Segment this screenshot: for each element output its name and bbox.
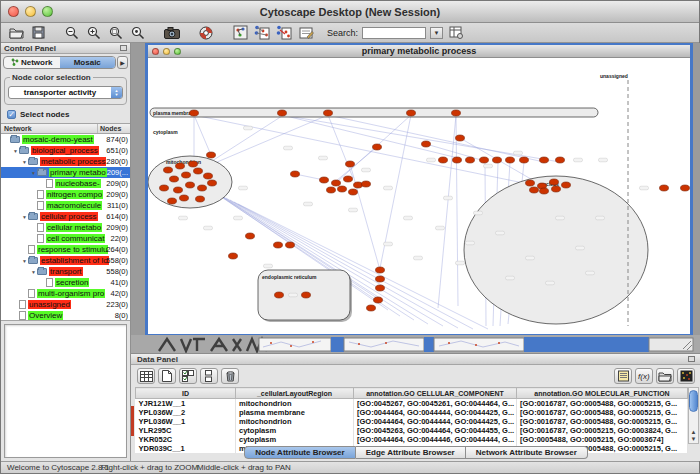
network-node[interactable] (182, 172, 191, 178)
network-edge[interactable] (203, 115, 328, 168)
tree-row[interactable]: secretion41(0) (1, 277, 130, 288)
vizmapper-icon[interactable] (231, 25, 249, 41)
network-node[interactable] (160, 185, 169, 191)
save-icon[interactable] (29, 25, 47, 41)
network-node[interactable] (196, 196, 205, 202)
network-node[interactable] (456, 135, 465, 141)
table-row[interactable]: YJR121W__1mitochondrion[GO:0045267, GO:0… (136, 399, 688, 409)
network-node[interactable] (194, 168, 203, 174)
network-node[interactable] (207, 152, 216, 158)
network-node[interactable] (506, 157, 515, 163)
network-node[interactable] (332, 180, 341, 186)
attribute-table-header[interactable]: ID_cellularLayoutRegionannotation.GO CEL… (136, 388, 688, 399)
network-node[interactable] (407, 110, 416, 116)
tab-node-attribute-browser[interactable]: Node Attribute Browser (244, 446, 356, 459)
network-node[interactable] (204, 173, 213, 179)
network-node[interactable] (540, 157, 549, 163)
matrix-view-icon[interactable] (677, 368, 695, 384)
table-row[interactable]: YLR295Ccytoplasm[GO:0045263, GO:0044464,… (136, 426, 688, 435)
network-node[interactable] (174, 187, 183, 193)
tree-row[interactable]: ▼cellular process614(0) (1, 211, 130, 222)
expand-triangle-icon[interactable]: ▼ (30, 170, 37, 176)
network-node[interactable] (552, 186, 561, 192)
network-node[interactable] (550, 179, 559, 185)
expand-triangle-icon[interactable]: ▼ (21, 214, 28, 220)
column-header[interactable]: annotation.GO CELLULAR_COMPONENT (354, 388, 517, 399)
tree-row[interactable]: nitrogen compo209(0) (1, 189, 130, 200)
network-node[interactable] (362, 181, 371, 187)
network-node[interactable] (278, 110, 287, 116)
scrollbar-thumb[interactable] (689, 390, 698, 412)
network-node[interactable] (320, 177, 329, 183)
network-node[interactable] (164, 167, 173, 173)
network-node[interactable] (540, 188, 549, 194)
network-node[interactable] (480, 157, 489, 163)
delete-attribute-trash-icon[interactable] (221, 368, 239, 384)
network-edit-icon-1[interactable] (253, 25, 271, 41)
network-edge[interactable] (456, 115, 458, 306)
tree-row[interactable]: unassigned223(0) (1, 299, 130, 310)
select-attributes-icon[interactable] (179, 368, 197, 384)
net-minimize-button[interactable] (163, 48, 170, 55)
network-node[interactable] (562, 182, 571, 188)
network-edge[interactable] (328, 115, 544, 162)
plasma-membrane-region[interactable] (150, 108, 598, 117)
minimize-window-button[interactable] (25, 6, 36, 17)
network-node[interactable] (189, 161, 198, 167)
new-attribute-icon[interactable] (158, 368, 176, 384)
network-node[interactable] (198, 185, 207, 191)
search-input[interactable] (362, 27, 426, 39)
table-row[interactable]: YPL036W__1mitochondrion[GO:0044464, GO:0… (136, 417, 688, 426)
function-builder-icon[interactable]: f(x) (635, 368, 653, 384)
search-dropdown-button[interactable]: ▼ (430, 27, 443, 39)
network-node[interactable] (526, 180, 535, 186)
tree-row[interactable]: ▼biological_process651(0) (1, 145, 130, 156)
unselect-attributes-icon[interactable] (200, 368, 218, 384)
network-canvas[interactable]: plasma membrane cytoplasm mitochondrion … (148, 58, 690, 334)
zoom-out-icon[interactable] (63, 25, 81, 41)
tree-header-network[interactable]: Network (1, 124, 98, 133)
network-node[interactable] (186, 182, 195, 188)
zoom-fit-icon[interactable] (107, 25, 125, 41)
network-node[interactable] (176, 163, 185, 169)
network-node[interactable] (190, 110, 199, 116)
zoom-in-icon[interactable] (85, 25, 103, 41)
close-window-button[interactable] (8, 6, 19, 17)
tab-network-attribute-browser[interactable]: Network Attribute Browser (466, 446, 588, 459)
network-edit-icon-2[interactable] (275, 25, 293, 41)
birdseye-view-panel[interactable] (4, 324, 127, 458)
node-color-dropdown[interactable]: transporter activity ▲▼ (8, 86, 123, 99)
tree-row[interactable]: multi-organism pro42(0) (1, 288, 130, 299)
open-file-icon[interactable] (7, 25, 25, 41)
zoom-selected-icon[interactable] (129, 25, 147, 41)
table-vertical-scrollbar[interactable]: ▲▼ (688, 387, 699, 444)
net-close-button[interactable] (152, 48, 159, 55)
network-node[interactable] (286, 242, 295, 248)
network-node[interactable] (439, 157, 448, 163)
attribute-grid-icon[interactable] (137, 368, 155, 384)
tab-overflow-button[interactable]: ▶ (117, 56, 128, 69)
network-node[interactable] (349, 189, 358, 195)
network-edge[interactable] (194, 115, 538, 186)
network-edge[interactable] (328, 115, 353, 178)
snapshot-camera-icon[interactable] (163, 25, 181, 41)
annotation-edit-icon[interactable] (297, 25, 315, 41)
scrollbar-arrows[interactable]: ▲▼ (691, 429, 697, 443)
network-node[interactable] (354, 182, 363, 188)
expand-triangle-icon[interactable]: ▼ (30, 269, 37, 275)
network-node[interactable] (660, 185, 669, 191)
tree-row[interactable]: ▼metabolic process280(0) (1, 156, 130, 167)
network-node[interactable] (520, 157, 529, 163)
table-row[interactable]: YKR052Ccytoplasm[GO:0044464, GO:0044446,… (136, 435, 688, 444)
float-panel-icon[interactable] (120, 45, 127, 51)
tab-edge-attribute-browser[interactable]: Edge Attribute Browser (356, 446, 466, 459)
expand-triangle-icon[interactable]: ▼ (21, 159, 28, 165)
network-node[interactable] (208, 180, 217, 186)
network-node[interactable] (229, 253, 238, 259)
column-header[interactable]: _cellularLayoutRegion (236, 388, 354, 399)
net-zoom-button[interactable] (174, 48, 181, 55)
expand-triangle-icon[interactable]: ▼ (12, 148, 19, 154)
network-node[interactable] (376, 285, 385, 291)
column-header[interactable]: ID (136, 388, 236, 399)
tree-row[interactable]: response to stimulu264(0) (1, 244, 130, 255)
